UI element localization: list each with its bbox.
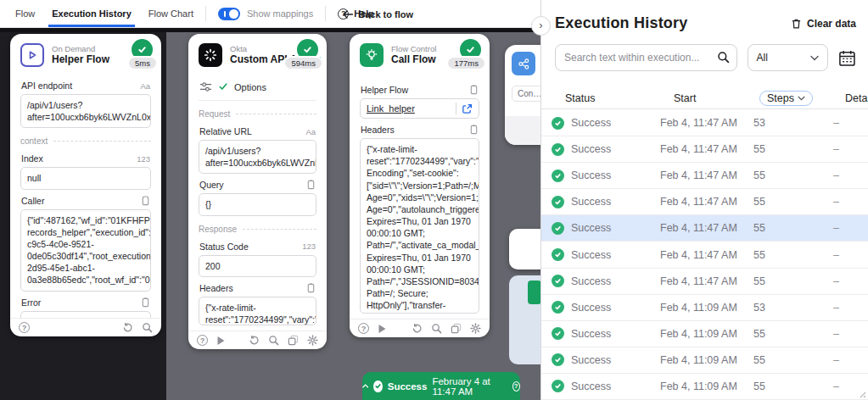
- copy-icon[interactable]: [288, 335, 299, 346]
- card-help-icon[interactable]: ?: [358, 323, 369, 334]
- chevron-up-icon[interactable]: [362, 383, 368, 389]
- execution-table-body: SuccessFeb 4, 11:47 AM53–SuccessFeb 4, 1…: [541, 110, 868, 400]
- row-steps: 55: [753, 222, 832, 234]
- panel-collapse-button[interactable]: ›: [531, 16, 551, 36]
- card-help-icon[interactable]: ?: [197, 335, 208, 346]
- flow-canvas[interactable]: On Demand Helper Flow 5ms API endpointAa…: [0, 28, 540, 400]
- tab-bar: Flow Execution History Flow Chart: [15, 0, 193, 27]
- object-type-icon: [141, 297, 150, 308]
- card-title: Helper Flow: [52, 53, 109, 66]
- success-check-icon: [552, 275, 564, 287]
- card-header: Flow Control Call Flow 177ms: [350, 34, 490, 75]
- show-mappings-toggle[interactable]: [218, 8, 240, 20]
- card-call-flow[interactable]: Flow Control Call Flow 177ms Helper Flow…: [350, 34, 490, 337]
- success-check-icon: [552, 196, 564, 208]
- column-steps-sort[interactable]: Steps: [759, 91, 813, 106]
- execution-row[interactable]: SuccessFeb 4, 11:47 AM53–: [541, 110, 868, 136]
- row-status: Success: [571, 381, 611, 392]
- green-badge-fragment: [528, 281, 540, 304]
- field-value[interactable]: null: [20, 167, 151, 189]
- trash-icon: [791, 18, 802, 30]
- banner-help-icon[interactable]: ?: [512, 381, 520, 392]
- row-status: Success: [571, 328, 611, 340]
- row-details: –: [832, 249, 868, 261]
- history-icon[interactable]: [249, 335, 260, 346]
- run-play-icon[interactable]: [216, 336, 226, 346]
- field-label: Caller: [21, 196, 44, 206]
- calendar-icon[interactable]: [838, 49, 856, 67]
- tab-flow-chart[interactable]: Flow Chart: [148, 0, 193, 27]
- row-steps: 55: [753, 275, 832, 287]
- field-value[interactable]: {"x-rate-limit- reset":"1770234499","var…: [199, 297, 316, 325]
- card-help-icon[interactable]: ?: [19, 322, 30, 333]
- show-mappings-group: Show mappings: [218, 8, 313, 20]
- execution-row[interactable]: SuccessFeb 4, 11:09 AM55–: [541, 321, 868, 347]
- zoom-search-icon[interactable]: [142, 322, 153, 333]
- field-value[interactable]: {}: [199, 193, 316, 215]
- options-check-icon: [219, 83, 227, 91]
- column-details-label: Details: [845, 92, 868, 104]
- execution-row[interactable]: SuccessFeb 4, 11:47 AM55–: [541, 136, 868, 163]
- row-status: Success: [571, 143, 611, 155]
- gear-icon[interactable]: [307, 335, 318, 346]
- search-input[interactable]: [555, 44, 737, 71]
- column-details[interactable]: Details ?: [845, 92, 868, 104]
- history-icon[interactable]: [412, 323, 423, 334]
- options-label: Options: [234, 82, 266, 92]
- execution-row[interactable]: SuccessFeb 4, 11:47 AM55–: [541, 215, 868, 242]
- row-start: Feb 4, 11:09 AM: [660, 381, 753, 392]
- card-helper-flow[interactable]: On Demand Helper Flow 5ms API endpointAa…: [10, 34, 161, 336]
- row-status: Success: [571, 302, 611, 314]
- options-row[interactable]: Options: [199, 75, 316, 101]
- tab-flow[interactable]: Flow: [15, 0, 35, 27]
- row-start: Feb 4, 11:09 AM: [660, 328, 753, 340]
- banner-timestamp: February 4 at 11:47 AM: [432, 376, 507, 397]
- execution-status-banner[interactable]: Success February 4 at 11:47 AM ?: [362, 372, 520, 400]
- text-type-indicator: Aa: [140, 81, 150, 91]
- row-status: Success: [571, 249, 611, 261]
- execution-row[interactable]: SuccessFeb 4, 11:47 AM55–: [541, 189, 868, 215]
- execution-row[interactable]: SuccessFeb 4, 11:09 AM55–: [541, 374, 868, 400]
- link-helper-link[interactable]: Link_helper: [367, 103, 451, 114]
- run-play-icon[interactable]: [378, 324, 387, 334]
- column-status[interactable]: Status: [565, 92, 674, 104]
- row-start: Feb 4, 11:47 AM: [660, 117, 753, 129]
- clear-data-button[interactable]: Clear data: [791, 18, 856, 30]
- open-flow-external-link-icon[interactable]: [462, 103, 473, 114]
- history-icon[interactable]: [122, 322, 133, 333]
- execution-row[interactable]: SuccessFeb 4, 11:09 AM53–: [541, 295, 868, 321]
- number-type-indicator: 123: [302, 242, 316, 251]
- zoom-search-icon[interactable]: [431, 323, 442, 334]
- status-filter-select[interactable]: All: [748, 44, 829, 71]
- field-value[interactable]: null: [20, 311, 151, 318]
- execution-row[interactable]: SuccessFeb 4, 11:47 AM55–: [541, 163, 868, 189]
- field-value[interactable]: {"id":487162,"wf_id":"01KFHFPDF records_…: [20, 209, 151, 292]
- execution-row[interactable]: SuccessFeb 4, 11:47 AM55–: [541, 269, 868, 295]
- column-start[interactable]: Start: [674, 92, 767, 104]
- back-to-flow-link[interactable]: Back to flow: [343, 0, 413, 28]
- card-custom-api-action[interactable]: Okta Custom API Action 594ms Options Req…: [188, 34, 327, 349]
- field-value[interactable]: 200: [199, 255, 316, 277]
- row-details: –: [832, 302, 868, 314]
- object-type-icon: [306, 283, 316, 293]
- execution-row[interactable]: SuccessFeb 4, 11:47 AM55–: [541, 242, 868, 268]
- zoom-search-icon[interactable]: [268, 335, 279, 346]
- field-value[interactable]: {"x-rate-limit- reset":"1770234499","var…: [360, 138, 479, 314]
- row-status: Success: [571, 169, 611, 181]
- resize-handle[interactable]: [858, 390, 866, 398]
- gear-icon[interactable]: [470, 323, 481, 334]
- copy-icon[interactable]: [451, 323, 462, 334]
- condition-field-fragment[interactable]: Condition: [512, 86, 540, 102]
- tab-execution-history[interactable]: Execution History: [52, 0, 132, 27]
- field-value[interactable]: /api/v1/users? after=100ucxb6byk6LWVZnL0…: [199, 140, 316, 174]
- success-check-icon: [552, 222, 564, 235]
- execution-row[interactable]: SuccessFeb 4, 11:09 AM55–: [541, 347, 868, 374]
- card-title: Call Flow: [391, 53, 436, 66]
- row-steps: 55: [753, 354, 832, 366]
- card-footer: ?: [10, 318, 161, 336]
- card-condition-fragment[interactable]: EH Condition: [505, 45, 540, 145]
- search-icon[interactable]: [717, 51, 730, 64]
- field-value[interactable]: /api/v1/users? after=100ucxb6byk6LWVZnL0…: [20, 94, 151, 128]
- card-header: On Demand Helper Flow 5ms: [10, 34, 161, 75]
- field-label: Query: [199, 180, 224, 190]
